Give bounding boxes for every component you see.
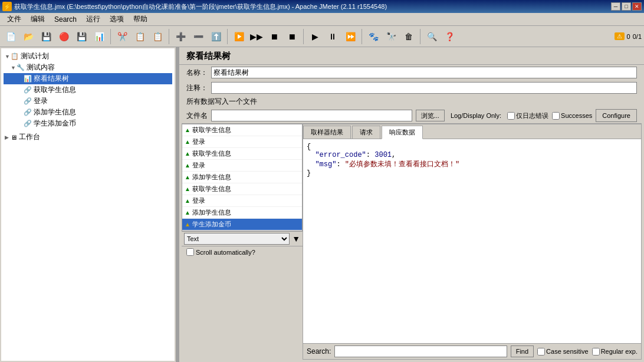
remote-exit-button[interactable]: ⏩	[342, 28, 359, 45]
log-display-label: Log/Display Only:	[448, 112, 504, 119]
result-bottom: Text HTML JSON XML Regexp Tester ▼	[182, 231, 303, 246]
file-name-label: 文件名	[186, 111, 208, 121]
login-label: 登录	[34, 96, 48, 106]
regexp-label[interactable]: Regular exp.	[592, 348, 638, 356]
file-row: 文件名 浏览... Log/Display Only: 仅日志错误 Succes…	[179, 108, 644, 123]
result-item-6[interactable]: ▲ 获取学生信息	[182, 183, 302, 195]
paste-button[interactable]: 📋	[149, 28, 166, 45]
search-bar: Search: Find Case sensitive Regular exp.	[303, 343, 641, 359]
result-item-1[interactable]: ▲ 获取学生信息	[182, 124, 302, 136]
open-button[interactable]: 📂	[20, 28, 37, 45]
toolbar-sep-2	[169, 29, 169, 44]
result-icon-5: ▲	[185, 174, 190, 180]
error-only-checkbox[interactable]	[507, 112, 515, 120]
save-as-button[interactable]: 💾	[73, 28, 90, 45]
about-button[interactable]: ❓	[441, 28, 458, 45]
comment-label: 注释：	[186, 83, 208, 93]
configure-button[interactable]: Configure	[596, 109, 637, 122]
start-button[interactable]: ▶️	[231, 28, 247, 45]
templates-button[interactable]: 📊	[91, 28, 107, 45]
display-format-dropdown[interactable]: Text HTML JSON XML Regexp Tester	[184, 233, 290, 245]
thread-counter: 0/1	[633, 33, 642, 40]
case-sensitive-checkbox[interactable]	[537, 348, 545, 356]
tab-sampler-result[interactable]: 取样器结果	[303, 126, 351, 139]
toolbar-right: ⚠ 0 0/1	[615, 32, 642, 40]
scroll-auto-checkbox[interactable]	[186, 248, 194, 256]
menu-bar: 文件 编辑 Search 运行 选项 帮助	[0, 13, 644, 26]
close-button[interactable]: ✕	[632, 2, 642, 11]
new-button[interactable]: 📄	[2, 28, 19, 45]
menu-help[interactable]: 帮助	[129, 13, 152, 25]
tree-item-login[interactable]: 🔗 登录	[4, 96, 172, 107]
successes-label[interactable]: Successes	[552, 112, 592, 120]
minimize-button[interactable]: ─	[611, 2, 620, 11]
result-item-7[interactable]: ▲ 登录	[182, 195, 302, 207]
stop-button[interactable]: ⏹	[266, 28, 282, 45]
tab-response-data[interactable]: 响应数据	[382, 126, 423, 139]
close-file-button[interactable]: 🔴	[55, 28, 72, 45]
test-plan-icon: 📋	[11, 52, 19, 60]
find-button[interactable]: Find	[511, 345, 534, 357]
result-item-5[interactable]: ▲ 添加学生信息	[182, 172, 302, 183]
clear-button[interactable]: 🗑	[400, 28, 417, 45]
result-icon-7: ▲	[185, 198, 190, 204]
result-item-8[interactable]: ▲ 添加学生信息	[182, 207, 302, 219]
browse-button[interactable]: 浏览...	[416, 110, 445, 121]
scroll-auto-label[interactable]: Scroll automatically?	[186, 248, 255, 256]
remove-button[interactable]: ➖	[190, 28, 206, 45]
add-coins-label: 学生添加金币	[34, 119, 76, 129]
menu-search[interactable]: Search	[50, 14, 81, 25]
result-item-9[interactable]: ▲ 学生添加金币	[182, 219, 302, 231]
menu-file[interactable]: 文件	[2, 13, 26, 25]
copy-button[interactable]: 📋	[132, 28, 148, 45]
tree-item-get-student[interactable]: 🔗 获取学生信息	[4, 84, 172, 96]
menu-run[interactable]: 运行	[81, 13, 105, 25]
file-name-input[interactable]	[211, 110, 412, 121]
panel-title: 察看结果树	[179, 47, 644, 65]
help-button[interactable]: 🔭	[383, 28, 399, 45]
error-only-label[interactable]: 仅日志错误	[507, 111, 548, 120]
maximize-button[interactable]: □	[622, 2, 631, 11]
menu-options[interactable]: 选项	[105, 13, 129, 25]
tree-item-test-content[interactable]: ▼ 🔧 测试内容	[4, 62, 172, 73]
result-icon-2: ▲	[185, 139, 190, 145]
tree-item-add-student[interactable]: 🔗 添加学生信息	[4, 107, 172, 118]
case-sensitive-label[interactable]: Case sensitive	[537, 348, 589, 356]
left-panel: ▼ 📋 测试计划 ▼ 🔧 测试内容 📊 察看结果树 🔗 获取学生信息	[0, 47, 177, 362]
cut-button[interactable]: ✂️	[114, 28, 130, 45]
tree-item-result-tree[interactable]: 📊 察看结果树	[4, 73, 172, 84]
successes-checkbox[interactable]	[552, 112, 560, 120]
test-content-label: 测试内容	[27, 62, 55, 73]
toolbar: 📄 📂 💾 🔴 💾 📊 ✂️ 📋 📋 ➕ ➖ ⬆️ ▶️ ▶▶ ⏹ ⏹ ▶ ⏸ …	[0, 26, 644, 47]
main-container: ▼ 📋 测试计划 ▼ 🔧 测试内容 📊 察看结果树 🔗 获取学生信息	[0, 47, 644, 362]
search-input[interactable]	[334, 345, 507, 357]
result-icon-1: ▲	[185, 127, 190, 133]
search-button[interactable]: 🔍	[423, 28, 440, 45]
tree-item-add-coins[interactable]: 🔗 学生添加金币	[4, 118, 172, 129]
add-button[interactable]: ➕	[172, 28, 189, 45]
remote-stop-button[interactable]: ⏸	[324, 28, 341, 45]
add-coins-icon: 🔗	[24, 120, 32, 127]
function-helper-button[interactable]: 🐾	[365, 28, 382, 45]
tree-item-test-plan[interactable]: ▼ 📋 测试计划	[4, 51, 172, 62]
start-no-pauses-button[interactable]: ▶▶	[248, 28, 265, 45]
menu-edit[interactable]: 编辑	[26, 13, 50, 25]
tab-request[interactable]: 请求	[352, 126, 380, 139]
tree-item-workbench[interactable]: ▶ 🖥 工作台	[4, 131, 172, 143]
comment-row: 注释：	[179, 80, 644, 96]
move-up-button[interactable]: ⬆️	[208, 28, 224, 45]
regexp-checkbox[interactable]	[592, 348, 600, 356]
name-input[interactable]	[211, 67, 637, 78]
result-tree-label: 察看结果树	[34, 74, 69, 84]
remote-start-button[interactable]: ▶	[307, 28, 323, 45]
result-item-4[interactable]: ▲ 登录	[182, 160, 302, 172]
content-area: ▲ 获取学生信息 ▲ 登录 ▲ 获取学生信息 ▲ 登录	[182, 123, 642, 360]
save-button[interactable]: 💾	[38, 28, 54, 45]
dropdown-arrow-icon[interactable]: ▼	[292, 234, 300, 243]
shutdown-button[interactable]: ⏹	[284, 28, 300, 45]
result-item-3[interactable]: ▲ 获取学生信息	[182, 148, 302, 160]
comment-input[interactable]	[211, 82, 637, 94]
add-student-label: 添加学生信息	[34, 107, 76, 117]
search-label: Search:	[307, 347, 331, 356]
result-item-2[interactable]: ▲ 登录	[182, 136, 302, 148]
